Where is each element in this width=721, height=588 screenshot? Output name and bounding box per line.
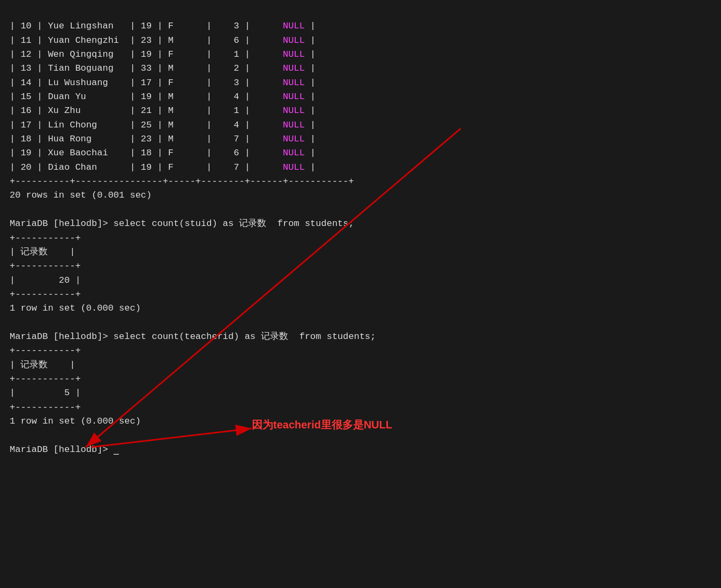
row-separator: +----------+----------------+-----+-----… [10, 176, 354, 186]
table-row: | 10 | Yue Lingshan | 19 | F | 3 | NULL … [10, 21, 316, 31]
table-row: | 16 | Xu Zhu | 21 | M | 1 | NULL | [10, 105, 316, 116]
annotation-label: 因为teacherid里很多是NULL [252, 417, 392, 433]
table-row: | 17 | Lin Chong | 25 | M | 4 | NULL | [10, 120, 316, 130]
table2-separator2: +-----------+ [10, 261, 81, 271]
null-value: NULL [283, 162, 305, 172]
table3-separator2: +-----------+ [10, 374, 81, 384]
table3-value: | 5 | [10, 388, 81, 398]
table3-separator: +-----------+ [10, 345, 81, 356]
table-row: | 13 | Tian Boguang | 33 | M | 2 | NULL … [10, 63, 316, 73]
cursor: █ [114, 444, 119, 455]
row-summary2: 1 row in set (0.000 sec) [10, 303, 141, 313]
table2-separator: +-----------+ [10, 233, 81, 243]
table-row: | 14 | Lu Wushuang | 17 | F | 3 | NULL | [10, 78, 316, 88]
null-value: NULL [283, 49, 305, 59]
terminal-output: | 10 | Yue Lingshan | 19 | F | 3 | NULL … [10, 5, 711, 457]
null-value: NULL [283, 92, 305, 102]
null-value: NULL [283, 21, 305, 31]
null-value: NULL [283, 35, 305, 46]
null-value: NULL [283, 105, 305, 116]
command1: MariaDB [hellodb]> select count(stuid) a… [10, 218, 354, 229]
table-row: | 15 | Duan Yu | 19 | M | 4 | NULL | [10, 92, 316, 102]
table-row: | 20 | Diao Chan | 19 | F | 7 | NULL | [10, 162, 316, 172]
null-value: NULL [283, 78, 305, 88]
null-value: NULL [283, 148, 305, 158]
null-value: NULL [283, 134, 305, 144]
table3-separator3: +-----------+ [10, 402, 81, 412]
terminal-prompt[interactable]: MariaDB [hellodb]> [10, 444, 114, 455]
table2-header: | 记录数 | [10, 247, 75, 257]
table3-header: | 记录数 | [10, 360, 75, 370]
row-summary: 20 rows in set (0.001 sec) [10, 190, 152, 200]
table-row: | 12 | Wen Qingqing | 19 | F | 1 | NULL … [10, 49, 316, 59]
table-row: | 11 | Yuan Chengzhi | 23 | M | 6 | NULL… [10, 35, 316, 46]
table2-value: | 20 | [10, 275, 81, 285]
null-value: NULL [283, 63, 305, 73]
table-row: | 18 | Hua Rong | 23 | M | 7 | NULL | [10, 134, 316, 144]
table2-separator3: +-----------+ [10, 289, 81, 299]
command2: MariaDB [hellodb]> select count(teacheri… [10, 331, 376, 342]
null-value: NULL [283, 120, 305, 130]
table-row: | 19 | Xue Baochai | 18 | F | 6 | NULL | [10, 148, 316, 158]
row-summary3: 1 row in set (0.000 sec) [10, 416, 141, 426]
